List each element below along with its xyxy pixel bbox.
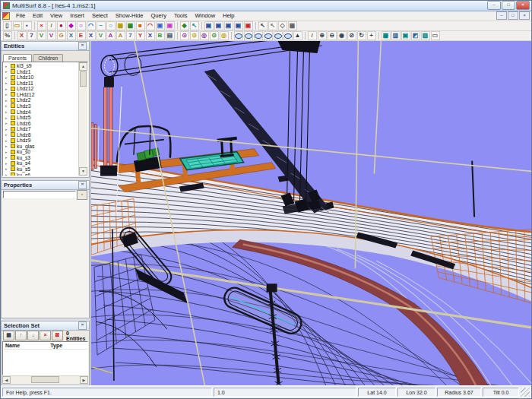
menu-item-tools[interactable]: Tools	[170, 11, 192, 21]
tree-item-Lhdz8[interactable]: ▸Lhdz8	[3, 131, 78, 138]
tree-expand-icon[interactable]: ▸	[5, 92, 9, 97]
tree-item-Lhdz10[interactable]: ▸Lhdz10	[3, 74, 78, 81]
tree-item-ku_s6[interactable]: ▸ku_s6	[3, 172, 78, 176]
tree-expand-icon[interactable]: ▸	[5, 127, 9, 131]
toggle-grid-icon[interactable]: 7	[126, 31, 135, 40]
rotate-view-icon[interactable]: ↻	[357, 31, 366, 40]
tree-item-Lhdz4[interactable]: ▸Lhdz4	[3, 109, 78, 115]
tree-expand-icon[interactable]: ▸	[5, 150, 9, 154]
menu-item-file[interactable]: File	[12, 11, 29, 21]
toggle-curves-icon[interactable]: V	[37, 31, 46, 40]
entities-close-icon[interactable]: ×	[78, 42, 87, 50]
tree-expand-icon[interactable]: ▸	[5, 98, 9, 103]
insert-ring-icon[interactable]: ○	[77, 21, 86, 30]
entities-scrollbar[interactable]: ▲ ▼	[78, 62, 87, 176]
show-selected-icon[interactable]: ⊙	[180, 31, 189, 40]
open-file-icon[interactable]: ▭	[13, 21, 22, 30]
insert-patch-icon[interactable]: ▦	[126, 21, 135, 30]
tree-expand-icon[interactable]: ▸	[5, 166, 9, 171]
window-close-button[interactable]: ×	[516, 1, 530, 10]
toggle-tangents-icon[interactable]: A	[106, 31, 116, 40]
hscroll-thumb[interactable]	[31, 376, 59, 383]
insert-solid-icon[interactable]: ■	[136, 21, 145, 30]
menu-item-help[interactable]: Help	[219, 11, 238, 21]
tree-item-ku_glas[interactable]: ▸ku_glas	[3, 144, 78, 150]
tree-expand-icon[interactable]: ▸	[5, 116, 9, 120]
window-minimize-button[interactable]: –	[487, 1, 501, 10]
view-window-1-icon[interactable]: ▣	[204, 21, 214, 30]
properties-close-icon[interactable]: ×	[78, 181, 87, 189]
view-bottom-icon[interactable]	[283, 31, 293, 40]
insert-frame-icon[interactable]: ▣	[156, 21, 165, 30]
tree-item-ku_s3[interactable]: ▸ku_s3	[3, 155, 78, 161]
invert-visibility-icon[interactable]: ⊙	[210, 31, 219, 40]
save-icon[interactable]: ▪	[23, 21, 32, 30]
zoom-pencil-icon[interactable]: /	[308, 31, 317, 40]
isolate-icon[interactable]: ◎	[220, 31, 229, 40]
selection-move-down-button[interactable]: ↓	[27, 331, 39, 340]
view-back-icon[interactable]	[244, 31, 253, 40]
menu-item-view[interactable]: View	[46, 11, 66, 21]
toggle-shading-icon[interactable]: B	[156, 31, 165, 40]
display-hidden-line-icon[interactable]: ▥	[391, 31, 401, 40]
view-top-icon[interactable]	[274, 31, 283, 40]
selection-set-list[interactable]	[3, 350, 87, 375]
view-home-icon[interactable]: ▲	[293, 31, 302, 40]
tree-item-Lhdz12[interactable]: ▸Lhdz12	[3, 86, 78, 92]
toggle-beads-icon[interactable]: 7	[27, 31, 36, 40]
resize-grip[interactable]	[521, 388, 530, 397]
tree-item-Lhdz5[interactable]: ▸Lhdz5	[3, 115, 78, 121]
properties-name-field[interactable]	[3, 191, 76, 198]
print-icon[interactable]: ▤	[166, 31, 175, 40]
select-all-icon[interactable]: ▦	[288, 21, 297, 30]
tree-item-Lhdz2[interactable]: ▸Lhdz2	[3, 97, 78, 103]
scroll-right-icon[interactable]: ▶	[80, 376, 88, 384]
zoom-out-icon[interactable]: ⊖	[328, 31, 337, 40]
toggle-contours-icon[interactable]: E	[77, 31, 86, 40]
tree-item-Lhdz7[interactable]: ▸Lhdz7	[3, 126, 78, 132]
tree-item-ku_s0[interactable]: ▸ku_s0	[3, 149, 78, 155]
toggle-solids-icon[interactable]: X	[67, 31, 76, 40]
assembly-icon[interactable]: ◆	[180, 21, 189, 30]
tree-item-kl3_s9[interactable]: ▸kl3_s9	[3, 63, 78, 69]
column-type[interactable]: Type	[50, 343, 85, 348]
viewport-3d[interactable]	[91, 41, 531, 385]
window-restore-button[interactable]: □	[502, 1, 515, 10]
select-pointer-icon[interactable]: ↖	[258, 21, 268, 30]
tree-expand-icon[interactable]: ▸	[5, 132, 9, 137]
insert-curve-icon[interactable]: ◠	[87, 21, 96, 30]
scroll-left-icon[interactable]: ◀	[2, 376, 11, 384]
toggle-points-icon[interactable]: X	[17, 31, 27, 40]
toggle-surfaces-icon[interactable]: G	[57, 31, 66, 40]
select-add-icon[interactable]: ↖	[268, 21, 277, 30]
toggle-wireframe-icon[interactable]: X	[146, 31, 155, 40]
tree-expand-icon[interactable]: ▸	[5, 109, 9, 114]
scroll-thumb[interactable]	[80, 71, 87, 87]
toggle-normals-icon[interactable]: A	[116, 31, 125, 40]
tree-item-ku_s4[interactable]: ▸ku_s4	[3, 160, 78, 166]
tree-expand-icon[interactable]: ▸	[5, 173, 9, 176]
insert-bead-icon[interactable]: ●	[57, 21, 66, 30]
properties-entity-icon[interactable]: ▪	[77, 190, 87, 200]
display-shaded-icon[interactable]: ▣	[401, 31, 410, 40]
scroll-down-icon[interactable]: ▼	[79, 167, 87, 176]
display-textured-icon[interactable]: ▨	[421, 31, 430, 40]
selection-move-up-button[interactable]: ↑	[15, 331, 27, 340]
tree-expand-icon[interactable]: ▸	[5, 87, 9, 91]
digitize-icon[interactable]: ↖	[190, 21, 199, 30]
tree-expand-icon[interactable]: ▸	[5, 121, 9, 125]
insert-circle-icon[interactable]: ○	[106, 21, 116, 30]
entities-tree[interactable]: ▸kl3_s9▸Lhdz1▸Lhdz10▸Lhdz11▸Lhdz12▸LHdz1…	[3, 62, 78, 176]
tree-item-Lhdz3[interactable]: ▸Lhdz3	[3, 103, 78, 109]
hide-selected-icon[interactable]: ⊙	[190, 31, 199, 40]
menu-item-select[interactable]: Select	[88, 11, 112, 21]
toggle-axes-icon[interactable]: Y	[136, 31, 145, 40]
tree-expand-icon[interactable]: ▸	[5, 75, 9, 80]
scroll-up-icon[interactable]: ▲	[79, 62, 87, 71]
view-window-3-icon[interactable]: ▣	[224, 21, 233, 30]
insert-point-icon[interactable]: ×	[37, 21, 46, 30]
tree-expand-icon[interactable]: ▸	[5, 81, 9, 85]
new-file-icon[interactable]: ▯	[3, 21, 12, 30]
tree-expand-icon[interactable]: ▸	[5, 138, 9, 143]
menu-item-insert[interactable]: Insert	[66, 11, 88, 21]
